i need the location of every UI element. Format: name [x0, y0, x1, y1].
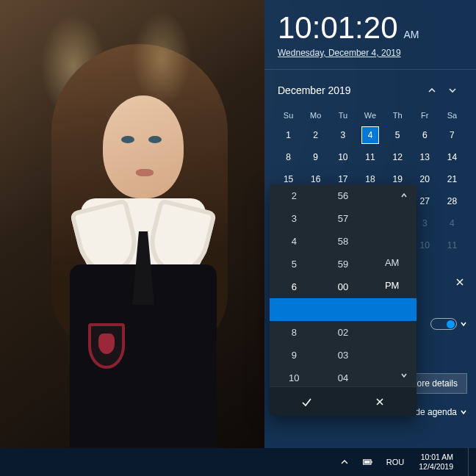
time-picker-wheels: 2345678910 565758590001020304 AMPM — [270, 184, 416, 386]
reminder-close-button[interactable] — [452, 275, 467, 289]
calendar-weekday: Th — [384, 107, 411, 124]
wheel-value[interactable] — [367, 320, 416, 342]
calendar-day[interactable]: 1 — [275, 124, 302, 146]
wheel-value[interactable]: 5 — [270, 253, 319, 275]
calendar-weekday: Mo — [302, 107, 329, 124]
tray-clock-time: 10:01 AM — [419, 452, 453, 462]
wheel-value[interactable]: 4 — [270, 230, 319, 253]
wheel-value[interactable] — [367, 342, 416, 364]
desktop-wallpaper — [0, 0, 264, 448]
battery-icon[interactable] — [360, 448, 376, 476]
wheel-value[interactable] — [367, 297, 416, 319]
wheel-value[interactable]: 9 — [270, 344, 319, 367]
calendar-next-button[interactable] — [442, 80, 463, 101]
wheel-value[interactable]: 58 — [319, 230, 368, 253]
time-picker-accept-button[interactable] — [270, 387, 343, 416]
calendar-day[interactable]: 14 — [439, 146, 466, 168]
wheel-value[interactable]: 02 — [319, 321, 368, 344]
wheel-value[interactable] — [367, 206, 416, 228]
clock-time: 10:01:20 — [278, 10, 398, 46]
calendar-day[interactable]: 4 — [439, 212, 466, 234]
wheel-value[interactable] — [367, 229, 416, 251]
tray-language[interactable]: ROU — [383, 458, 407, 466]
wheel-value[interactable]: 56 — [319, 184, 368, 207]
wheel-value[interactable]: PM — [367, 274, 416, 297]
wheel-up-button[interactable] — [397, 189, 411, 202]
calendar-day[interactable]: 21 — [439, 168, 466, 190]
calendar-weekday: Su — [275, 107, 302, 124]
calendar-day[interactable]: 12 — [384, 146, 411, 168]
wheel-value[interactable]: 2 — [270, 184, 319, 207]
calendar-day[interactable]: 5 — [384, 124, 411, 146]
calendar-weekday: Tu — [329, 107, 356, 124]
time-picker-cancel-button[interactable] — [343, 387, 416, 416]
calendar-weekday: Fr — [411, 107, 439, 124]
wheel-value[interactable]: 6 — [270, 275, 319, 298]
calendar-day[interactable]: 9 — [302, 146, 329, 168]
calendar-day[interactable]: 10 — [329, 146, 356, 168]
calendar-day[interactable]: 7 — [439, 124, 466, 146]
svg-rect-6 — [364, 461, 370, 464]
calendar-prev-button[interactable] — [422, 80, 442, 101]
wheel-value[interactable]: 57 — [319, 207, 368, 230]
wheel-value[interactable]: 3 — [270, 207, 319, 230]
calendar-month-label[interactable]: December 2019 — [278, 84, 422, 96]
calendar-day[interactable]: 2 — [302, 124, 329, 146]
calendar-day[interactable]: 4 — [356, 124, 383, 146]
wheel-value[interactable]: 01 — [319, 298, 368, 321]
chevron-down-icon — [460, 408, 467, 416]
calendar-day[interactable]: 3 — [329, 124, 356, 146]
wheel-value[interactable]: 00 — [319, 275, 368, 298]
calendar-day[interactable]: 11 — [356, 146, 383, 168]
show-desktop-button[interactable] — [468, 448, 472, 476]
clock-block: 10:01:20 AM Wednesday, December 4, 2019 — [264, 0, 476, 62]
reminder-toggle[interactable] — [430, 318, 457, 330]
wheel-value[interactable]: 03 — [319, 344, 368, 367]
calendar-day[interactable]: 28 — [439, 190, 466, 212]
calendar-weekday: We — [356, 107, 383, 124]
calendar-day[interactable]: 13 — [411, 146, 439, 168]
wheel-down-button[interactable] — [397, 369, 411, 382]
desktop: 10:01:20 AM Wednesday, December 4, 2019 … — [0, 0, 476, 448]
tray-clock[interactable]: 10:01 AM 12/4/2019 — [414, 452, 458, 472]
hour-wheel[interactable]: 2345678910 — [270, 184, 319, 386]
wheel-value[interactable]: 59 — [319, 253, 368, 275]
tray-overflow-button[interactable] — [336, 448, 353, 476]
reminder-toggle-expand[interactable] — [460, 317, 467, 331]
wheel-value[interactable]: AM — [367, 251, 416, 274]
tray-clock-date: 12/4/2019 — [419, 462, 453, 472]
wheel-value[interactable]: 10 — [270, 367, 319, 386]
wheel-value[interactable]: 7 — [270, 298, 319, 321]
clock-ampm: AM — [404, 29, 419, 40]
wheel-value[interactable]: 8 — [270, 321, 319, 344]
minute-wheel[interactable]: 565758590001020304 — [319, 184, 368, 386]
calendar-weekday: Sa — [439, 107, 466, 124]
svg-rect-5 — [371, 461, 372, 464]
taskbar: ROU 10:01 AM 12/4/2019 — [0, 448, 476, 476]
calendar-day[interactable]: 8 — [275, 146, 302, 168]
calendar-day[interactable]: 11 — [439, 234, 466, 256]
wheel-value[interactable]: 04 — [319, 367, 368, 386]
wallpaper-figure — [29, 44, 250, 448]
clock-date-link[interactable]: Wednesday, December 4, 2019 — [278, 48, 401, 58]
time-picker[interactable]: 2345678910 565758590001020304 AMPM — [270, 184, 416, 416]
period-wheel[interactable]: AMPM — [367, 184, 416, 386]
calendar-day[interactable]: 6 — [411, 124, 439, 146]
